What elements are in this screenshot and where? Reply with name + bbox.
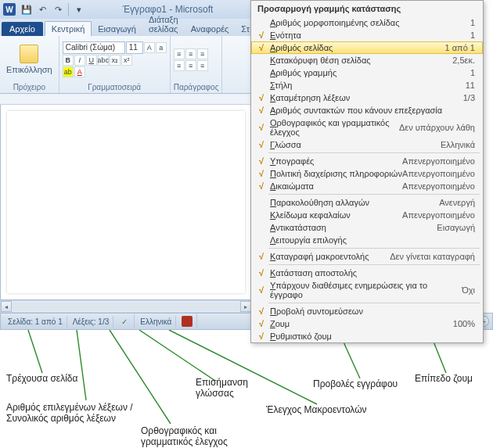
ctx-item-9[interactable]: √ΓλώσσαΕλληνικά (251, 138, 483, 151)
callout-current-page: Τρέχουσα σελίδα (6, 373, 77, 384)
ctx-item-19[interactable]: √Υπάρχουν διαθέσιμες ενημερώσεις για το … (251, 279, 483, 301)
scroll-track[interactable] (12, 302, 240, 311)
callout-zoom: Επίπεδο ζουμ (415, 373, 473, 384)
horizontal-ruler[interactable] (0, 94, 252, 105)
document-page[interactable] (7, 111, 245, 293)
status-macro[interactable] (178, 314, 197, 328)
underline-icon[interactable]: U (86, 55, 97, 66)
ctx-item-13[interactable]: Παρακολούθηση αλλαγώνΑνενεργή (251, 196, 483, 209)
font-size-box[interactable]: 11 (126, 41, 143, 54)
ctx-item-14[interactable]: Κλείδωμα κεφαλαίωνΑπενεργοποιημένο (251, 209, 483, 221)
qat-dropdown-icon[interactable]: ▾ (72, 2, 86, 16)
ctx-item-4[interactable]: Αριθμός γραμμής1 (251, 66, 483, 79)
ctx-label: Κλείδωμα κεφαλαίων (268, 210, 402, 220)
bold-icon[interactable]: B (63, 55, 74, 66)
ctx-label: Γλώσσα (268, 140, 441, 149)
spellcheck-icon: ✓ (119, 316, 130, 327)
ctx-item-18[interactable]: √Κατάσταση αποστολής (251, 267, 483, 279)
ctx-item-0[interactable]: Αριθμός μορφοποιημένης σελίδας1 (251, 16, 483, 29)
ctx-label: Παρακολούθηση αλλαγών (268, 198, 439, 207)
ctx-item-8[interactable]: √Ορθογραφικός και γραμματικός έλεγχοςΔεν… (251, 116, 483, 138)
save-icon[interactable]: 💾 (20, 2, 34, 16)
ctx-value: 1 (470, 18, 480, 27)
font-color-icon[interactable]: A (74, 66, 85, 77)
check-icon: √ (254, 43, 268, 52)
status-language[interactable]: Ελληνικά (136, 316, 176, 328)
ctx-label: Αντικατάσταση (268, 223, 437, 232)
status-spellcheck[interactable]: ✓ (115, 314, 135, 328)
ctx-item-11[interactable]: √Πολιτική διαχείρισης πληροφοριώνΑπενεργ… (251, 167, 483, 180)
ctx-item-5[interactable]: Στήλη11 (251, 79, 483, 91)
ctx-item-20[interactable]: √Προβολή συντομεύσεων (251, 305, 483, 317)
align-right-icon[interactable]: ≡ (197, 60, 208, 71)
ribbon-group-font: Calibri (Σώμα) 11 A a B I U abc x₂ x² (59, 36, 171, 93)
multilevel-icon[interactable]: ≡ (197, 48, 208, 59)
ctx-item-6[interactable]: √Καταμέτρηση λέξεων1/3 (251, 91, 483, 104)
ctx-separator (268, 264, 480, 265)
ctx-separator (268, 194, 480, 195)
ctx-item-17[interactable]: √Καταγραφή μακροεντολήςΔεν γίνεται καταγ… (251, 250, 483, 263)
numbering-icon[interactable]: ≡ (185, 48, 196, 59)
status-word-count[interactable]: Λέξεις: 1/3 (69, 316, 114, 328)
tab-insert[interactable]: Εισαγωγή (92, 22, 142, 36)
ctx-label: Πολιτική διαχείρισης πληροφοριών (268, 169, 402, 178)
ctx-value: Απενεργοποιημένο (402, 210, 480, 220)
ctx-label: Ορθογραφικός και γραμματικός έλεγχος (268, 118, 399, 137)
check-icon: √ (254, 181, 268, 191)
ctx-value: Δεν γίνεται καταγραφή (390, 252, 480, 261)
align-center-icon[interactable]: ≡ (185, 60, 196, 71)
font-group-label: Γραμματοσειρά (63, 81, 167, 91)
status-page[interactable]: Σελίδα: 1 από 1 (4, 316, 67, 328)
italic-icon[interactable]: I (74, 55, 85, 66)
tab-layout[interactable]: Διάταξη σελίδας (142, 13, 185, 36)
ctx-item-15[interactable]: ΑντικατάστασηΕισαγωγή (251, 221, 483, 234)
strike-icon[interactable]: abc (98, 55, 109, 66)
ctx-item-2[interactable]: √Αριθμός σελίδας1 από 1 (251, 41, 483, 54)
ctx-item-10[interactable]: √ΥπογραφέςΑπενεργοποιημένο (251, 155, 483, 167)
ctx-label: Προβολή συντομεύσεων (268, 306, 475, 316)
shrink-font-icon[interactable]: a (156, 42, 167, 53)
align-left-icon[interactable]: ≡ (174, 60, 185, 71)
ctx-item-3[interactable]: Κατακόρυφη θέση σελίδας2,5εκ. (251, 54, 483, 66)
grow-font-icon[interactable]: A (144, 42, 155, 53)
clipboard-group-label: Πρόχειρο (3, 81, 56, 91)
callout-views: Προβολές εγγράφου (313, 378, 398, 389)
paste-button[interactable]: Επικόλληση (3, 43, 56, 76)
ctx-item-22[interactable]: √Ρυθμιστικό ζουμ (251, 330, 483, 342)
tab-file[interactable]: Αρχείο (2, 22, 43, 36)
check-icon: √ (254, 30, 268, 40)
highlight-icon[interactable]: ab (63, 66, 74, 77)
ctx-item-21[interactable]: √Ζουμ100% (251, 317, 483, 330)
redo-icon[interactable]: ↷ (51, 2, 65, 16)
bullets-icon[interactable]: ≡ (174, 48, 185, 59)
callout-language: Επισήμανση γλώσσας (196, 377, 266, 399)
ctx-value: Απενεργοποιημένο (402, 156, 480, 166)
ctx-label: Αριθμός γραμμής (268, 68, 470, 77)
qat-sep (68, 3, 69, 16)
scroll-left-icon[interactable]: ◂ (1, 301, 12, 312)
ctx-label: Υπάρχουν διαθέσιμες ενημερώσεις για το έ… (268, 281, 462, 299)
font-name-box[interactable]: Calibri (Σώμα) (63, 41, 125, 54)
superscript-icon[interactable]: x² (121, 55, 132, 66)
ctx-label: Αριθμός σελίδας (268, 43, 445, 52)
tab-references[interactable]: Αναφορές (185, 22, 236, 36)
svg-line-1 (77, 330, 86, 400)
ctx-value: Ανενεργή (439, 198, 480, 207)
ctx-item-7[interactable]: √Αριθμός συντακτών που κάνουν επεξεργασί… (251, 104, 483, 116)
svg-line-3 (139, 330, 215, 381)
undo-icon[interactable]: ↶ (35, 2, 49, 16)
scroll-right-icon[interactable]: ▸ (240, 301, 251, 312)
paragraph-group-label: Παράγραφος (174, 81, 219, 91)
ctx-item-1[interactable]: √Ενότητα1 (251, 29, 483, 41)
subscript-icon[interactable]: x₂ (110, 55, 121, 66)
ribbon: Επικόλληση Πρόχειρο Calibri (Σώμα) 11 A … (0, 36, 252, 94)
document-area[interactable] (0, 105, 252, 300)
word-icon: W (3, 3, 16, 16)
ctx-item-12[interactable]: √ΔικαιώματαΑπενεργοποιημένο (251, 180, 483, 192)
tab-home[interactable]: Κεντρική (45, 21, 92, 36)
ctx-item-16[interactable]: Λειτουργία επιλογής (251, 234, 483, 246)
ctx-value: 2,5εκ. (452, 56, 480, 65)
ctx-label: Δικαιώματα (268, 181, 402, 191)
horizontal-scrollbar[interactable]: ◂ ▸ (0, 300, 252, 313)
ctx-separator (268, 303, 480, 303)
